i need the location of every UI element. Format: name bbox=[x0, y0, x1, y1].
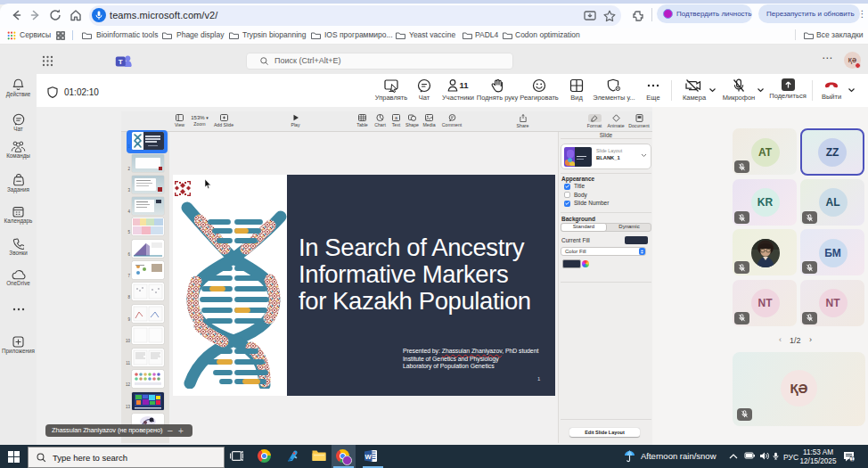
svg-text:1: 1 bbox=[851, 456, 854, 462]
svg-text:T: T bbox=[119, 58, 123, 66]
svg-text:11: 11 bbox=[460, 80, 470, 90]
svg-text:W: W bbox=[364, 453, 372, 461]
svg-text:a: a bbox=[395, 115, 398, 120]
